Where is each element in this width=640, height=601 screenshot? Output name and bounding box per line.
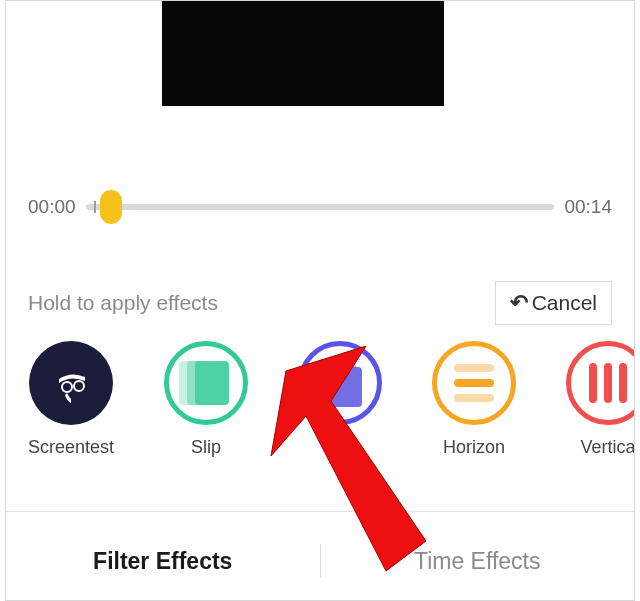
effect-multilayer[interactable] [298, 341, 382, 437]
time-end-label: 00:14 [564, 196, 612, 218]
effect-horizon[interactable]: Horizon [432, 341, 516, 458]
video-preview[interactable] [162, 1, 444, 106]
cancel-button[interactable]: ↶ Cancel [495, 281, 612, 325]
timeline: 00:00 00:14 [28, 196, 612, 218]
effect-label: Horizon [443, 437, 505, 458]
horizon-icon [432, 341, 516, 425]
timeline-track[interactable] [86, 204, 555, 210]
effect-label: Slip [191, 437, 221, 458]
timeline-playhead[interactable] [100, 190, 122, 224]
tabs: Filter Effects Time Effects [6, 531, 634, 591]
undo-icon: ↶ [510, 290, 528, 316]
time-start-label: 00:00 [28, 196, 76, 218]
svg-point-2 [74, 381, 84, 391]
effect-slip[interactable]: Slip [164, 341, 248, 458]
svg-point-1 [62, 382, 72, 392]
cancel-label: Cancel [532, 291, 597, 315]
effect-screentest[interactable]: Screentest [28, 341, 114, 458]
instruction-text: Hold to apply effects [28, 291, 218, 315]
screentest-icon [29, 341, 113, 425]
tab-filter-effects[interactable]: Filter Effects [6, 548, 320, 575]
multilayer-icon [298, 341, 382, 425]
vertical-icon [566, 341, 634, 425]
slip-icon [164, 341, 248, 425]
effect-label: Vertica [581, 437, 634, 458]
divider [6, 511, 634, 512]
effect-vertical[interactable]: Vertica [566, 341, 634, 458]
effect-label: Screentest [28, 437, 114, 458]
effects-list: Screentest Slip [28, 341, 634, 458]
timeline-tick [94, 201, 96, 213]
tab-time-effects[interactable]: Time Effects [321, 548, 635, 575]
